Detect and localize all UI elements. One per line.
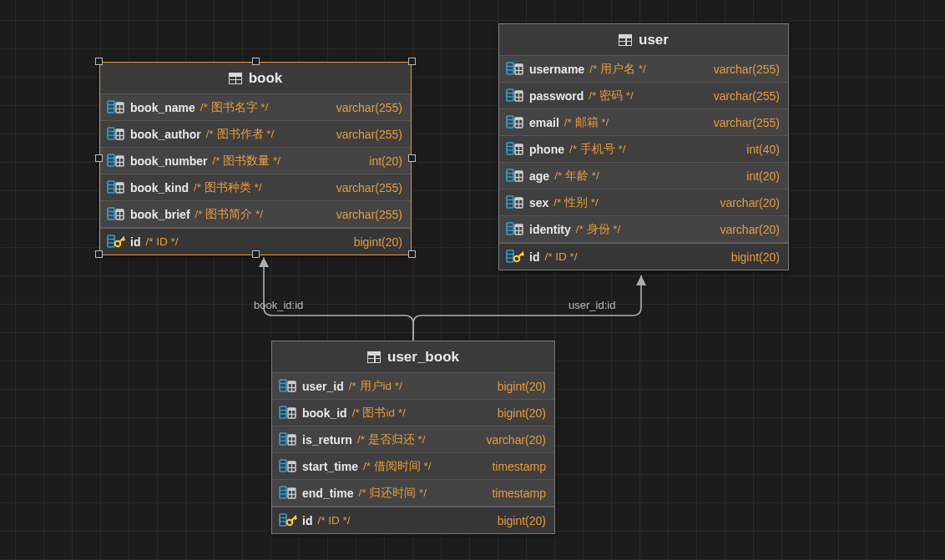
column-type: varchar(255) — [336, 181, 402, 194]
column-type: int(20) — [746, 169, 780, 183]
svg-rect-20 — [116, 156, 124, 159]
table-row[interactable]: book_name/* 图书名字 */varchar(255) — [100, 94, 411, 121]
svg-rect-48 — [507, 89, 513, 101]
svg-rect-83 — [507, 223, 513, 235]
column-comment: /* 图书简介 */ — [195, 207, 264, 222]
table-row[interactable]: end_time/* 归还时间 */timestamp — [272, 480, 554, 507]
table-user-book-header[interactable]: user_book — [272, 341, 554, 373]
column-comment: /* 身份 */ — [576, 222, 621, 237]
table-row[interactable]: user_id/* 用户id */bigint(20) — [272, 373, 554, 400]
table-user-book-body: user_id/* 用户id */bigint(20) book_id/* 图书… — [272, 373, 554, 533]
er-diagram-canvas[interactable]: book_id:id user_id:id book book_name/* 图… — [0, 0, 945, 560]
svg-rect-80 — [515, 198, 523, 200]
svg-rect-41 — [507, 63, 513, 74]
column-type: bigint(20) — [498, 514, 546, 527]
column-icon — [506, 142, 524, 157]
svg-rect-27 — [116, 183, 124, 185]
primary-key-icon — [279, 513, 297, 528]
column-icon — [279, 432, 297, 447]
table-user-title: user — [639, 32, 669, 48]
column-icon — [506, 222, 524, 237]
table-row[interactable]: book_number/* 图书数量 */int(20) — [100, 148, 411, 174]
column-name: id — [529, 250, 539, 264]
svg-rect-9 — [108, 128, 114, 139]
table-user-header[interactable]: user — [499, 24, 788, 56]
svg-rect-45 — [515, 64, 523, 67]
table-row[interactable]: book_brief/* 图书简介 */varchar(255) — [100, 201, 411, 228]
column-type: int(40) — [746, 143, 780, 156]
column-comment: /* ID */ — [317, 514, 350, 527]
table-book-header[interactable]: book — [100, 63, 411, 94]
column-name: age — [529, 169, 549, 183]
table-row[interactable]: username/* 用户名 */varchar(255) — [499, 56, 788, 83]
table-row[interactable]: age/* 年龄 */int(20) — [499, 163, 788, 189]
column-icon — [506, 62, 524, 77]
table-book-title: book — [249, 70, 283, 87]
column-name: end_time — [302, 487, 353, 500]
table-row[interactable]: phone/* 手机号 */int(40) — [499, 136, 788, 163]
column-name: book_author — [130, 128, 201, 141]
column-icon — [506, 115, 524, 130]
column-comment: /* 图书种类 */ — [194, 180, 262, 195]
table-user-book[interactable]: user_book user_id/* 用户id */bigint(20) bo… — [271, 341, 555, 534]
table-row[interactable]: password/* 密码 */varchar(255) — [499, 83, 788, 109]
column-type: varchar(255) — [336, 208, 402, 221]
column-name: book_number — [130, 154, 208, 168]
table-row[interactable]: id/* ID */bigint(20) — [272, 507, 554, 533]
table-row[interactable]: id/* ID */bigint(20) — [499, 243, 788, 270]
column-icon — [107, 154, 125, 169]
table-row[interactable]: sex/* 性别 */varchar(20) — [499, 189, 788, 216]
column-type: timestamp — [492, 460, 546, 473]
svg-rect-59 — [515, 118, 523, 120]
svg-rect-76 — [507, 196, 513, 208]
table-row[interactable]: start_time/* 借阅时间 */timestamp — [272, 453, 554, 480]
column-name: is_return — [302, 433, 352, 446]
column-comment: /* 图书数量 */ — [213, 154, 281, 169]
column-comment: /* 密码 */ — [589, 88, 634, 103]
table-row[interactable]: book_author/* 图书作者 */varchar(255) — [100, 121, 411, 148]
column-icon — [506, 195, 524, 210]
column-type: int(20) — [369, 154, 402, 168]
svg-rect-66 — [515, 144, 523, 147]
column-type: varchar(255) — [714, 89, 780, 103]
table-row[interactable]: book_id/* 图书id */bigint(20) — [272, 400, 554, 426]
svg-rect-112 — [288, 435, 296, 437]
column-icon — [506, 169, 524, 184]
column-name: book_brief — [130, 208, 190, 221]
svg-rect-101 — [280, 406, 286, 418]
table-icon — [367, 351, 381, 363]
svg-rect-2 — [108, 101, 114, 113]
table-icon — [619, 34, 632, 46]
column-name: id — [130, 235, 140, 249]
svg-rect-62 — [507, 143, 513, 154]
connector-user-label: user_id:id — [569, 299, 615, 311]
svg-rect-129 — [280, 514, 286, 526]
svg-rect-16 — [108, 154, 114, 166]
column-icon — [107, 180, 125, 195]
column-icon — [279, 379, 297, 394]
svg-rect-52 — [515, 91, 523, 93]
column-comment: /* 年龄 */ — [554, 169, 599, 184]
table-row[interactable]: identity/* 身份 */varchar(20) — [499, 216, 788, 243]
table-user[interactable]: user username/* 用户名 */varchar(255) passw… — [498, 23, 789, 270]
column-type: varchar(20) — [720, 196, 780, 209]
column-type: varchar(255) — [714, 116, 780, 129]
column-comment: /* ID */ — [145, 235, 178, 248]
table-row[interactable]: book_kind/* 图书种类 */varchar(255) — [100, 174, 411, 201]
column-type: varchar(255) — [714, 63, 780, 76]
table-row[interactable]: is_return/* 是否归还 */varchar(20) — [272, 426, 554, 453]
column-type: varchar(255) — [336, 128, 402, 141]
column-name: email — [529, 116, 559, 129]
svg-rect-119 — [288, 462, 296, 464]
column-name: password — [529, 89, 584, 103]
table-row[interactable]: email/* 邮箱 */varchar(255) — [499, 109, 788, 136]
primary-key-icon — [107, 235, 125, 250]
column-type: bigint(20) — [498, 380, 546, 393]
svg-rect-55 — [507, 116, 513, 128]
table-book[interactable]: book book_name/* 图书名字 */varchar(255) boo… — [99, 62, 412, 255]
column-name: user_id — [302, 380, 344, 393]
table-row[interactable]: id/* ID */bigint(20) — [100, 228, 411, 255]
svg-rect-23 — [108, 181, 114, 193]
svg-rect-105 — [288, 408, 296, 411]
connector-book-label: book_id:id — [254, 299, 303, 311]
